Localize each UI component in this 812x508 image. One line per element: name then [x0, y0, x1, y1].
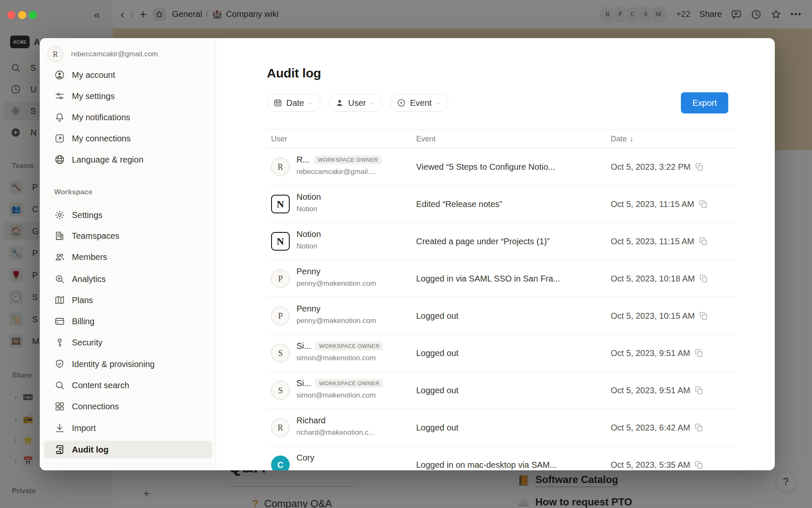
date-cell: Oct 5, 2023, 10:18 AM	[611, 260, 737, 297]
filter-pill-event[interactable]: Event	[390, 94, 448, 112]
settings-nav-item-content-search[interactable]: Content search	[44, 376, 212, 394]
copy-icon[interactable]	[694, 460, 704, 469]
settings-nav-item-billing[interactable]: Billing	[44, 312, 212, 330]
user-name: Penny	[296, 267, 321, 276]
filter-pill-date[interactable]: Date	[267, 94, 321, 112]
copy-icon[interactable]	[695, 162, 704, 171]
page-title: Audit log	[267, 66, 321, 80]
event-timestamp: Oct 5, 2023, 11:15 AM	[611, 237, 694, 246]
window-close-button[interactable]	[7, 11, 15, 19]
audit-log-row: SSi...WORKSPACE OWNERsimon@makenotion.co…	[267, 334, 737, 372]
user-name: Cory	[296, 453, 314, 463]
copy-icon[interactable]	[694, 423, 704, 432]
settings-nav-item-import[interactable]: Import	[44, 419, 212, 437]
chevron-down-icon	[370, 100, 375, 106]
column-header-date[interactable]: Date↓	[611, 130, 634, 149]
settings-nav-item-settings[interactable]: Settings	[44, 206, 212, 224]
members-icon	[54, 251, 65, 262]
settings-nav-item-my-settings[interactable]: My settings	[44, 87, 212, 105]
settings-nav-item-security[interactable]: Security	[44, 334, 212, 351]
copy-icon[interactable]	[699, 237, 708, 246]
window-minimize-button[interactable]	[18, 11, 26, 19]
settings-nav: R rebeccamcakir@gmail.com Workspace My a…	[40, 38, 216, 470]
settings-nav-item-my-account[interactable]: My account	[44, 66, 212, 84]
date-cell: Oct 5, 2023, 11:15 AM	[611, 223, 737, 260]
account-email: rebeccamcakir@gmail.com	[71, 50, 158, 58]
user-avatar: P	[271, 306, 290, 325]
user-cell: Richardrichard@makenotion.c...	[296, 414, 411, 437]
event-cell: Logged in on mac-desktop via SAM...	[416, 446, 606, 470]
event-cell: Logged out	[416, 409, 606, 446]
event-cell: Edited “Release notes”	[416, 185, 606, 223]
event-cell: Created a page under “Projects (1)”	[416, 223, 606, 260]
date-cell: Oct 5, 2023, 11:15 AM	[611, 185, 737, 223]
notion-app: ACMEASUSNTeams🔨P👥C🏠G🔧P🌹P🕘S🏷️S🎞️MShare›📼›…	[0, 0, 812, 508]
settings-modal: R rebeccamcakir@gmail.com Workspace My a…	[40, 38, 775, 470]
audit-log-row: PPennypenny@makenotion.comLogged outOct …	[267, 297, 737, 334]
workspace-owner-badge: WORKSPACE OWNER	[315, 342, 383, 351]
audit-log-panel: Audit log DateUserEvent Export User Even…	[216, 38, 775, 470]
filter-pill-user[interactable]: User	[329, 94, 382, 112]
account-avatar: R	[47, 46, 63, 62]
user-name: Notion	[296, 229, 321, 239]
workspace-owner-badge: WORKSPACE OWNER	[314, 155, 381, 164]
copy-icon[interactable]	[699, 199, 708, 209]
settings-nav-item-teamspaces[interactable]: Teamspaces	[44, 227, 212, 245]
audit-log-row: CCoryLogged in on mac-desktop via SAM...…	[267, 446, 737, 470]
event-timestamp: Oct 5, 2023, 11:15 AM	[611, 199, 694, 209]
copy-icon[interactable]	[694, 386, 704, 395]
audit-log-row: NNotionNotionEdited “Release notes”Oct 5…	[267, 185, 737, 223]
settings-nav-item-analytics[interactable]: Analytics	[44, 270, 212, 288]
import-icon	[54, 422, 65, 433]
export-button[interactable]: Export	[681, 92, 728, 113]
event-cell: Viewed “5 Steps to Configure Notio...	[416, 148, 606, 185]
date-cell: Oct 5, 2023, 9:51 AM	[611, 372, 737, 409]
user-cell: Si...WORKSPACE OWNERsimon@makenotion.com	[296, 340, 411, 362]
event-timestamp: Oct 5, 2023, 5:35 AM	[611, 460, 690, 470]
settings-nav-item-language-region[interactable]: Language & region	[44, 151, 212, 168]
audit-log-row: PPennypenny@makenotion.comLogged in via …	[267, 260, 737, 297]
copy-icon[interactable]	[694, 348, 704, 358]
gear-icon	[54, 210, 65, 221]
settings-nav-item-audit-log[interactable]: Audit log	[44, 441, 212, 458]
date-cell: Oct 5, 2023, 9:51 AM	[611, 334, 737, 372]
workspace-section-header: Workspace	[54, 188, 92, 196]
user-cell: Cory	[296, 451, 411, 464]
settings-nav-item-identity-provisioning[interactable]: Identity & provisioning	[44, 355, 212, 373]
user-name: Richard	[296, 416, 326, 425]
date-cell: Oct 5, 2023, 3:22 PM	[611, 148, 737, 185]
user-avatar: C	[271, 456, 290, 470]
user-cell: R...WORKSPACE OWNERrebeccamcakir@gmail..…	[296, 153, 411, 176]
sliders-icon	[54, 91, 65, 102]
calendar-icon	[273, 98, 283, 108]
copy-icon[interactable]	[699, 274, 708, 283]
user-email: richard@makenotion.c...	[296, 428, 411, 437]
settings-nav-item-connections[interactable]: Connections	[44, 398, 212, 415]
user-cell: NotionNotion	[296, 228, 411, 251]
person-icon	[54, 69, 65, 80]
analytics-icon	[54, 273, 65, 284]
copy-icon[interactable]	[699, 311, 708, 320]
user-avatar: S	[271, 344, 290, 362]
audit-log-row: RR...WORKSPACE OWNERrebeccamcakir@gmail.…	[267, 148, 737, 185]
building-icon	[54, 230, 65, 241]
user-name: Si...	[296, 378, 311, 388]
extlink-icon	[54, 133, 65, 144]
settings-nav-item-my-connections[interactable]: My connections	[44, 130, 212, 147]
map-icon	[54, 295, 65, 306]
audit-log-row: NNotionNotionCreated a page under “Proje…	[267, 223, 737, 260]
user-name: Notion	[296, 192, 321, 202]
audit-log-row: RRichardrichard@makenotion.c...Logged ou…	[267, 409, 737, 446]
settings-nav-item-my-notifications[interactable]: My notifications	[44, 108, 212, 126]
userfill-icon	[335, 98, 344, 108]
column-header-event: Event	[416, 130, 436, 149]
date-cell: Oct 5, 2023, 6:42 AM	[611, 409, 737, 446]
user-name: Si...	[296, 341, 311, 351]
event-timestamp: Oct 5, 2023, 10:18 AM	[611, 274, 695, 284]
bolt-icon	[397, 98, 406, 108]
window-zoom-button[interactable]	[29, 11, 37, 19]
settings-nav-item-members[interactable]: Members	[44, 248, 212, 266]
user-cell: NotionNotion	[296, 190, 411, 213]
event-cell: Logged out	[416, 334, 606, 372]
settings-nav-item-plans[interactable]: Plans	[44, 291, 212, 309]
